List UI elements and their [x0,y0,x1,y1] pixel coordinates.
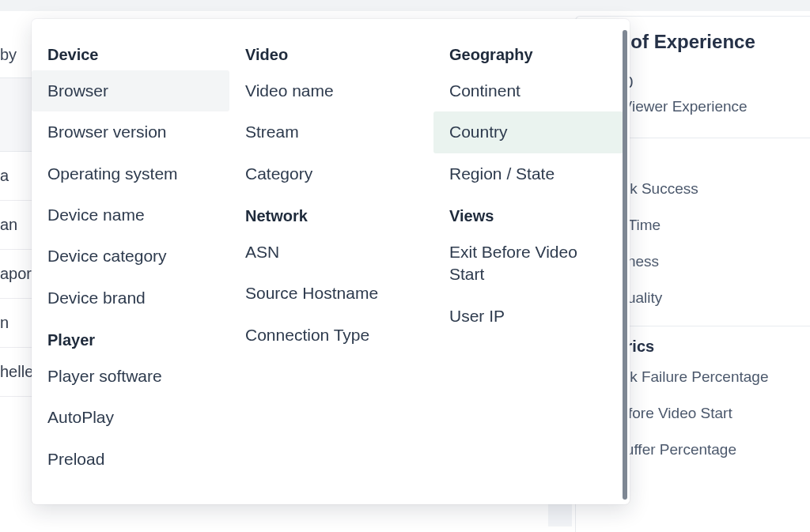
option-video-name[interactable]: Video name [229,70,433,111]
score-item[interactable]: oothness [598,253,810,270]
option-player-software[interactable]: Player software [32,356,229,397]
option-region-state[interactable]: Region / State [433,153,623,194]
metric-item[interactable]: Rebuffer Percentage [598,441,810,458]
group-heading-geography: Geography [433,41,623,70]
option-autoplay[interactable]: AutoPlay [32,397,229,438]
metrics-heading: metrics [598,338,810,356]
option-operating-system[interactable]: Operating system [32,153,229,194]
option-preload[interactable]: Preload [32,439,229,480]
option-category[interactable]: Category [229,153,433,194]
metric-item[interactable]: yback Failure Percentage [598,368,810,386]
group-heading-views: Views [433,194,623,232]
option-exit-before-video-start[interactable]: Exit Before Video Start [433,232,623,296]
option-device-category[interactable]: Device category [32,236,229,277]
group-by-label: by [0,41,32,69]
group-heading-video: Video [229,41,433,70]
panel-title: lity of Experience [598,31,810,53]
option-connection-type[interactable]: Connection Type [229,315,433,356]
background-list: a an apor n helle [0,152,33,397]
list-item: n [0,314,9,332]
option-continent[interactable]: Continent [433,70,623,111]
option-device-brand[interactable]: Device brand [32,277,229,319]
popover-scrollbar[interactable] [623,30,627,500]
metric-item[interactable]: s Before Video Start [598,405,810,422]
score-item[interactable]: yback Success [598,180,810,198]
group-heading-network: Network [229,194,433,232]
option-browser[interactable]: Browser [32,70,229,111]
list-item: helle [0,363,33,381]
scores-heading: res [598,149,810,168]
list-item: a [0,167,9,185]
option-country[interactable]: Country [433,111,623,153]
option-browser-version[interactable]: Browser version [32,111,229,153]
score-item[interactable]: rtup Time [598,217,810,234]
list-item: apor [0,265,32,283]
overall-score-label: rall Viewer Experience [598,98,810,115]
option-device-name[interactable]: Device name [32,194,229,236]
background-block [548,503,572,526]
group-heading-device: Device [32,41,229,70]
option-asn[interactable]: ASN [229,232,433,273]
score-item[interactable]: eo quality [598,289,810,307]
option-source-hostname[interactable]: Source Hostname [229,273,433,314]
option-stream[interactable]: Stream [229,111,433,153]
list-item: an [0,216,17,234]
overall-score: / 100 [598,74,810,92]
dimension-selector-popover[interactable]: Device Browser Browser version Operating… [32,19,630,504]
option-user-ip[interactable]: User IP [433,296,623,337]
group-heading-player: Player [32,319,229,356]
